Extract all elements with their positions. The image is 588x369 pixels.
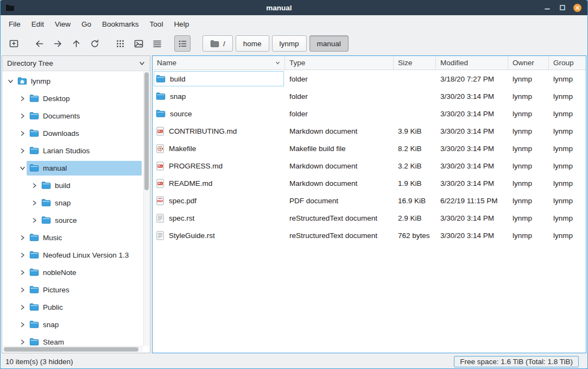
file-row-styleguide-rst[interactable]: StyleGuide.rstreStructuredText document7… (153, 227, 586, 244)
menu-view[interactable]: View (49, 17, 76, 31)
chevron-right-icon[interactable] (18, 130, 27, 136)
tree-item-desktop[interactable]: Desktop (2, 90, 150, 107)
path-segment-manual[interactable]: manual (309, 35, 349, 52)
chevron-right-icon[interactable] (30, 183, 39, 189)
menu-help[interactable]: Help (168, 17, 194, 31)
chevron-down-icon[interactable] (18, 165, 27, 171)
column-header-type[interactable]: Type (285, 56, 394, 70)
tree-item-downloads[interactable]: Downloads (2, 124, 150, 142)
back-button[interactable] (31, 35, 47, 52)
menu-edit[interactable]: Edit (26, 17, 49, 31)
chevron-right-icon[interactable] (18, 287, 27, 293)
file-row-readme-md[interactable]: M↓README.mdMarkdown document1.9 KiB3/30/… (153, 174, 586, 192)
tree-item-source[interactable]: source (2, 211, 150, 229)
chevron-right-icon[interactable] (18, 339, 27, 345)
tree-item-body[interactable]: Larian Studios (27, 143, 142, 158)
column-header-group[interactable]: Group (549, 56, 586, 70)
sidebar-header[interactable]: Directory Tree (2, 56, 150, 71)
tree-item-build[interactable]: build (2, 177, 150, 194)
new-tab-button[interactable] (5, 35, 22, 52)
file-owner: lynmp (508, 122, 549, 140)
detailed-list-view-button[interactable] (174, 35, 191, 52)
tree-item-snap[interactable]: snap (2, 316, 150, 333)
tree-item-body[interactable]: snap (27, 317, 142, 332)
tree-item-body[interactable]: manual (27, 161, 142, 176)
minimize-button[interactable] (542, 3, 552, 12)
tree-item-body[interactable]: nobleNote (27, 265, 142, 280)
path-segment-label: home (243, 40, 262, 48)
tree-item-body[interactable]: source (39, 213, 142, 228)
tree-item-documents[interactable]: Documents (2, 107, 150, 124)
tree-item-body[interactable]: Pictures (27, 283, 142, 297)
scrollbar-thumb[interactable] (4, 347, 138, 352)
file-row-source[interactable]: sourcefolder3/30/20 3:14 PMlynmplynmp (153, 105, 586, 122)
refresh-button[interactable] (86, 35, 103, 52)
tree-item-noblenote[interactable]: nobleNote (2, 264, 150, 281)
chevron-right-icon[interactable] (18, 235, 27, 241)
file-row-spec-rst[interactable]: spec.rstreStructuredText document2.9 KiB… (153, 209, 586, 227)
sidebar-vertical-scrollbar[interactable] (143, 72, 149, 346)
chevron-right-icon[interactable] (18, 96, 27, 102)
file-row-progress-md[interactable]: M↓PROGRESS.mdMarkdown document3.2 KiB3/3… (153, 157, 586, 174)
tree-item-body[interactable]: build (39, 178, 142, 193)
menu-bookmarks[interactable]: Bookmarks (97, 17, 144, 31)
tree-item-body[interactable]: lynmp (15, 74, 142, 89)
tree-item-body[interactable]: Music (27, 230, 142, 245)
directory-tree: lynmpDesktopDocumentsDownloadsLarian Stu… (2, 71, 150, 353)
tree-item-lynmp[interactable]: lynmp (2, 72, 150, 90)
tree-item-public[interactable]: Public (2, 298, 150, 316)
tree-item-body[interactable]: Documents (27, 109, 142, 123)
chevron-right-icon[interactable] (18, 148, 27, 154)
tree-item-body[interactable]: Downloads (27, 126, 142, 141)
chevron-down-icon[interactable] (139, 60, 145, 66)
column-header-owner[interactable]: Owner (508, 56, 549, 70)
chevron-right-icon[interactable] (18, 270, 27, 276)
chevron-right-icon[interactable] (18, 322, 27, 328)
column-header-modified[interactable]: Modified (436, 56, 508, 70)
path-segment-home[interactable]: home (236, 35, 269, 52)
tree-item-body[interactable]: snap (39, 196, 142, 210)
file-row-snap[interactable]: snapfolder3/30/20 3:14 PMlynmplynmp (153, 87, 586, 105)
column-header-size[interactable]: Size (394, 56, 436, 70)
menu-go[interactable]: Go (76, 17, 97, 31)
chevron-right-icon[interactable] (18, 113, 27, 119)
chevron-right-icon[interactable] (30, 217, 39, 223)
forward-button[interactable] (49, 35, 66, 52)
folder-icon (29, 94, 39, 103)
close-button[interactable] (573, 3, 582, 12)
tree-item-body[interactable]: Desktop (27, 91, 142, 106)
chevron-down-icon[interactable] (7, 78, 15, 84)
file-row-spec-pdf[interactable]: PDFspec.pdfPDF document16.9 KiB6/22/19 1… (153, 192, 586, 209)
chevron-right-icon[interactable] (30, 200, 39, 206)
sidebar-horizontal-scrollbar[interactable] (3, 346, 143, 352)
menu-tool[interactable]: Tool (144, 17, 169, 31)
tree-item-body[interactable]: Neofeud Linux Version 1.3 (27, 248, 142, 262)
file-row-makefile[interactable]: MakefileMakefile build file8.2 KiB3/30/2… (153, 140, 586, 157)
path-root-button[interactable]: / (203, 35, 233, 52)
menu-file[interactable]: File (3, 17, 26, 31)
tree-item-pictures[interactable]: Pictures (2, 281, 150, 298)
thumbnail-view-button[interactable] (130, 35, 147, 52)
file-row-contributing-md[interactable]: M↓CONTRIBUTING.mdMarkdown document3.9 Ki… (153, 122, 586, 140)
filelist-body[interactable]: buildfolder3/18/20 7:27 PMlynmplynmpsnap… (153, 70, 586, 353)
chevron-right-icon[interactable] (18, 304, 27, 310)
maximize-button[interactable] (558, 3, 567, 12)
file-modified: 3/18/20 7:27 PM (436, 70, 508, 87)
scrollbar-thumb[interactable] (144, 72, 149, 190)
folder-icon (29, 164, 39, 172)
chevron-right-icon[interactable] (18, 252, 27, 258)
tree-item-body[interactable]: Public (27, 300, 142, 315)
column-header-name[interactable]: Name (153, 56, 285, 70)
file-name-cell: snap (153, 87, 285, 105)
tree-item-snap[interactable]: snap (2, 194, 150, 211)
up-button[interactable] (68, 35, 84, 52)
tree-item-neofeud-linux-version-1-3[interactable]: Neofeud Linux Version 1.3 (2, 246, 150, 264)
titlebar[interactable]: manual (1, 0, 587, 15)
tree-item-music[interactable]: Music (2, 229, 150, 246)
compact-view-button[interactable] (149, 35, 165, 52)
path-segment-lynmp[interactable]: lynmp (272, 35, 307, 52)
icon-view-button[interactable] (112, 35, 128, 52)
tree-item-manual[interactable]: manual (2, 159, 150, 177)
tree-item-larian-studios[interactable]: Larian Studios (2, 142, 150, 159)
file-row-build[interactable]: buildfolder3/18/20 7:27 PMlynmplynmp (153, 70, 586, 87)
